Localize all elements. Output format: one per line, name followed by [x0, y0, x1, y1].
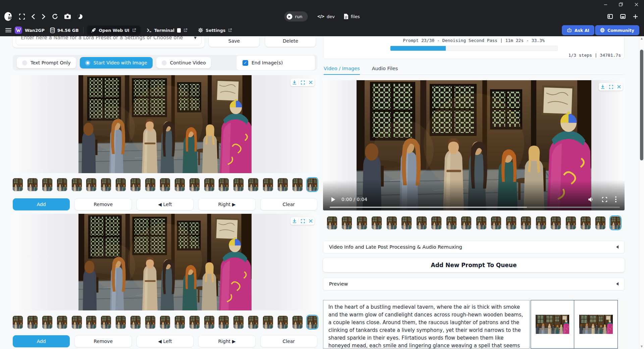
tab-settings[interactable]: Settings	[194, 26, 236, 35]
gallery-thumbnail[interactable]	[42, 178, 52, 191]
mode-start-video-with-image[interactable]: Start Video with Image	[80, 57, 153, 68]
gallery-thumbnail[interactable]	[130, 316, 141, 329]
gallery-thumbnail[interactable]	[610, 216, 621, 229]
menu-hamburger-icon[interactable]	[5, 28, 11, 32]
remove-button[interactable]: Remove	[74, 198, 131, 210]
preview-accordion[interactable]: Preview	[323, 278, 625, 290]
gallery-thumbnail[interactable]	[145, 316, 155, 329]
save-button[interactable]: Save	[209, 36, 260, 47]
fullscreen-icon[interactable]	[602, 197, 607, 202]
reload-icon[interactable]	[52, 13, 58, 19]
gallery-thumbnail[interactable]	[204, 316, 214, 329]
dev-button[interactable]: </>dev	[317, 14, 334, 19]
gallery-thumbnail[interactable]	[536, 216, 546, 229]
gallery-thumbnail[interactable]	[190, 178, 200, 191]
preview-image-box-1[interactable]	[531, 300, 574, 349]
gallery-thumbnail[interactable]	[72, 316, 82, 329]
expand-icon[interactable]	[299, 218, 307, 223]
gallery-thumbnail[interactable]	[116, 316, 126, 329]
gallery-thumbnail[interactable]	[292, 178, 303, 191]
gallery-thumbnail[interactable]	[130, 178, 141, 191]
video-player[interactable]: 0:00 / 0:04	[323, 80, 625, 210]
split-left-panel-icon[interactable]	[607, 14, 613, 19]
ask-ai-button[interactable]: Ask AI	[562, 25, 594, 35]
timelapse-icon[interactable]	[77, 14, 83, 19]
gallery-thumbnail[interactable]	[401, 216, 412, 229]
gallery-thumbnail[interactable]	[248, 178, 258, 191]
video-seekbar[interactable]	[330, 207, 620, 208]
scrollbar-thumb[interactable]	[640, 50, 643, 160]
gallery-thumbnail[interactable]	[476, 216, 486, 229]
gallery-thumbnail[interactable]	[145, 178, 155, 191]
play-icon[interactable]	[331, 197, 335, 202]
gallery-thumbnail[interactable]	[278, 316, 288, 329]
move-left-button[interactable]: ◀ Left	[137, 335, 194, 347]
remove-button[interactable]: Remove	[74, 335, 131, 347]
gallery-thumbnail[interactable]	[327, 216, 337, 229]
video-info-accordion[interactable]: Video Info and Late Post Processing & Au…	[323, 241, 625, 253]
end-images-option[interactable]: ✓ End Image(s)	[236, 55, 315, 70]
gallery-thumbnail[interactable]	[86, 178, 96, 191]
move-right-button[interactable]: Right ▶	[198, 198, 255, 210]
gallery-thumbnail[interactable]	[461, 216, 471, 229]
screenshot-camera-icon[interactable]	[64, 14, 71, 19]
gallery-thumbnail[interactable]	[57, 178, 67, 191]
download-icon[interactable]	[290, 80, 299, 85]
move-right-button[interactable]: Right ▶	[198, 335, 255, 347]
close-icon[interactable]	[307, 80, 315, 85]
gallery-thumbnail[interactable]	[42, 316, 52, 329]
run-button[interactable]: ▶run	[284, 11, 308, 21]
community-button[interactable]: Community	[595, 25, 639, 35]
gallery-thumbnail[interactable]	[307, 178, 317, 191]
tab-open-web-ui[interactable]: Open Web UI	[87, 26, 140, 35]
clear-button[interactable]: Clear	[260, 198, 317, 210]
preview-image-box-2[interactable]	[574, 300, 618, 349]
tab-audio-files[interactable]: Audio Files	[372, 66, 398, 74]
back-icon[interactable]	[31, 14, 35, 19]
add-button[interactable]: Add	[13, 198, 70, 210]
gallery-thumbnail[interactable]	[342, 216, 352, 229]
prompt-textarea[interactable]: In the heart of a bustling medieval tave…	[323, 300, 530, 349]
gallery-thumbnail[interactable]	[292, 316, 303, 329]
gallery-thumbnail[interactable]	[491, 216, 501, 229]
close-icon[interactable]	[629, 0, 644, 9]
gallery-thumbnail[interactable]	[219, 178, 229, 191]
gallery-thumbnail[interactable]	[417, 216, 427, 229]
scroll-up-icon[interactable]: ▲	[641, 36, 643, 41]
gallery-thumbnail[interactable]	[204, 178, 214, 191]
gallery-thumbnail[interactable]	[566, 216, 576, 229]
gallery-thumbnail[interactable]	[387, 216, 397, 229]
end-image[interactable]	[78, 214, 252, 310]
gallery-thumbnail[interactable]	[595, 216, 605, 229]
delete-button[interactable]: Delete	[265, 36, 316, 47]
add-button[interactable]: Add	[13, 335, 70, 347]
chevron-down-icon[interactable]: ▼	[194, 36, 197, 40]
forward-icon[interactable]	[42, 14, 46, 19]
tab-video-images[interactable]: Video / Images	[324, 66, 360, 75]
gallery-thumbnail[interactable]	[28, 178, 38, 191]
gallery-thumbnail[interactable]	[57, 316, 67, 329]
split-bottom-panel-icon[interactable]	[620, 14, 626, 19]
tab-terminal[interactable]: Terminal	[143, 26, 192, 35]
gallery-thumbnail[interactable]	[72, 178, 82, 191]
gallery-thumbnail[interactable]	[307, 316, 317, 329]
mode-continue-video[interactable]: Continue Video	[156, 57, 211, 68]
lora-preset-combobox[interactable]: ▼	[16, 36, 202, 45]
minimize-icon[interactable]	[598, 0, 613, 9]
gallery-thumbnail[interactable]	[219, 316, 229, 329]
gallery-thumbnail[interactable]	[13, 316, 23, 329]
restore-icon[interactable]	[613, 0, 629, 9]
gallery-thumbnail[interactable]	[263, 178, 273, 191]
gallery-thumbnail[interactable]	[248, 316, 258, 329]
gallery-thumbnail[interactable]	[86, 316, 96, 329]
gallery-thumbnail[interactable]	[278, 178, 288, 191]
gallery-thumbnail[interactable]	[160, 316, 170, 329]
gallery-thumbnail[interactable]	[13, 178, 23, 191]
gallery-thumbnail[interactable]	[431, 216, 441, 229]
files-button[interactable]: files	[344, 14, 360, 19]
lora-preset-input[interactable]	[21, 36, 191, 41]
volume-icon[interactable]	[588, 197, 594, 202]
gallery-thumbnail[interactable]	[357, 216, 367, 229]
gallery-thumbnail[interactable]	[28, 316, 38, 329]
expand-icon[interactable]	[607, 84, 615, 89]
